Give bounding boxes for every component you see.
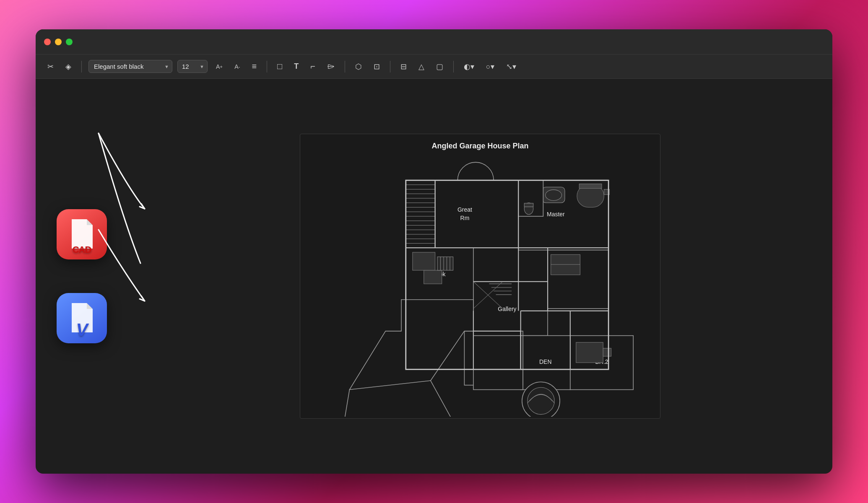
canvas-area[interactable]: Angled Garage House Plan .room-label { f…: [128, 79, 832, 474]
svg-text:DEN: DEN: [539, 358, 551, 365]
crop-button[interactable]: ⤡▾: [503, 60, 520, 74]
svg-rect-48: [603, 348, 611, 356]
left-panel: CAD V: [36, 79, 128, 474]
svg-text:Great: Great: [457, 206, 472, 213]
svg-point-52: [546, 190, 562, 201]
align-button[interactable]: ≡: [248, 59, 260, 74]
fill-button[interactable]: ◐▾: [460, 60, 478, 74]
svg-text:Rm: Rm: [460, 215, 470, 221]
floor-plan-svg: .room-label { fill: #eee; font-size: 13p…: [300, 156, 660, 417]
visio-label: V: [57, 320, 107, 340]
svg-rect-3: [406, 180, 435, 248]
svg-text:Gallery: Gallery: [498, 306, 516, 312]
main-content: CAD V: [36, 79, 832, 474]
font-name-select[interactable]: Elegant soft black: [88, 60, 172, 73]
svg-point-68: [528, 387, 554, 414]
paint-tool-button[interactable]: ◈: [62, 60, 75, 74]
diagram-title: Angled Garage House Plan: [300, 134, 660, 156]
layers-button[interactable]: ⬡: [352, 60, 365, 74]
toolbar-divider-3: [345, 61, 345, 73]
cad-app-icon[interactable]: CAD: [57, 209, 107, 259]
font-size-down-button[interactable]: A-: [231, 61, 243, 73]
toolbar: ✂ ◈ Elegant soft black ▼ 12 ▼ A+ A- ≡ □ …: [36, 54, 832, 79]
square2-button[interactable]: ▢: [433, 60, 447, 74]
svg-rect-55: [524, 203, 533, 207]
svg-rect-0: [435, 180, 519, 248]
font-size-up-button[interactable]: A+: [213, 61, 226, 73]
maximize-button[interactable]: [66, 39, 73, 45]
svg-text:Master: Master: [547, 211, 565, 218]
cad-label: CAD: [57, 244, 107, 255]
pointer-button[interactable]: ⌲: [324, 60, 338, 73]
align2-button[interactable]: ⊟: [397, 60, 410, 74]
svg-rect-41: [551, 254, 580, 275]
floor-plan: .room-label { fill: #eee; font-size: 13p…: [300, 156, 660, 417]
toolbar-divider-1: [81, 61, 82, 73]
svg-rect-26: [424, 270, 442, 284]
svg-rect-21: [579, 184, 602, 189]
font-name-wrapper: Elegant soft black ▼: [88, 60, 172, 73]
diagram-container: Angled Garage House Plan .room-label { f…: [300, 134, 660, 419]
title-bar: [36, 29, 832, 54]
toolbar-divider-4: [390, 61, 390, 73]
cad-icon-group: CAD: [57, 209, 107, 259]
window-controls: [44, 39, 73, 45]
visio-app-icon[interactable]: V: [57, 293, 107, 343]
svg-rect-69: [473, 336, 523, 390]
svg-rect-27: [437, 257, 453, 270]
svg-rect-47: [576, 342, 603, 363]
container-button[interactable]: ⊡: [370, 60, 383, 74]
svg-rect-25: [413, 252, 435, 270]
triangle-button[interactable]: △: [415, 60, 428, 74]
scissors-tool-button[interactable]: ✂: [44, 60, 57, 74]
text-button[interactable]: T: [291, 60, 302, 73]
font-size-wrapper: 12 ▼: [177, 60, 208, 73]
rectangle-button[interactable]: □: [274, 59, 286, 74]
main-window: ✂ ◈ Elegant soft black ▼ 12 ▼ A+ A- ≡ □ …: [36, 29, 832, 474]
toolbar-divider-2: [267, 61, 267, 73]
font-size-select[interactable]: 12: [177, 60, 208, 73]
minimize-button[interactable]: [55, 39, 62, 45]
circle-button[interactable]: ○▾: [483, 60, 498, 74]
toolbar-divider-5: [453, 61, 454, 73]
close-button[interactable]: [44, 39, 51, 45]
visio-icon-group: V: [57, 293, 107, 343]
corner-button[interactable]: ⌐: [307, 59, 319, 74]
